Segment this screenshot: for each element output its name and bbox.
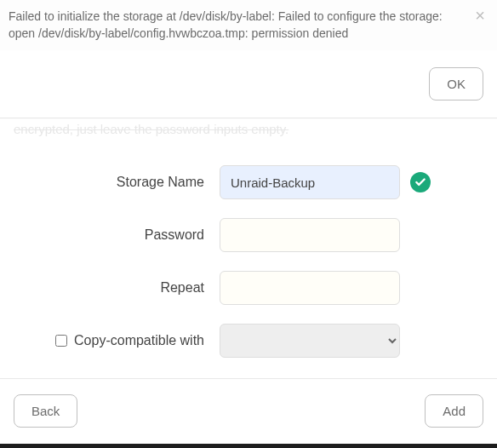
storage-form: encrypted, just leave the password input… — [0, 118, 497, 358]
back-button[interactable]: Back — [14, 394, 77, 428]
password-input[interactable] — [220, 218, 400, 252]
dialog-footer: Back Add — [0, 378, 497, 441]
repeat-label: Repeat — [160, 280, 204, 296]
row-repeat: Repeat — [9, 271, 488, 305]
add-button[interactable]: Add — [425, 394, 483, 428]
compat-label: Copy-compatible with — [74, 333, 204, 348]
row-storage-name: Storage Name — [9, 165, 488, 199]
checkmark-icon — [410, 172, 431, 192]
compat-select[interactable] — [220, 324, 400, 358]
compat-checkbox[interactable] — [55, 335, 67, 347]
password-label: Password — [145, 227, 204, 243]
error-banner: Failed to initialize the storage at /dev… — [0, 0, 497, 50]
ok-button[interactable]: OK — [429, 67, 483, 101]
repeat-input[interactable] — [220, 271, 400, 305]
storage-name-label: Storage Name — [117, 175, 204, 190]
error-actions: OK — [0, 50, 497, 118]
window-bottom-bar — [0, 444, 497, 448]
row-password: Password — [9, 218, 488, 252]
storage-name-input[interactable] — [220, 165, 400, 199]
row-compat: Copy-compatible with — [9, 324, 488, 358]
close-icon[interactable]: × — [471, 5, 488, 26]
error-message: Failed to initialize the storage at /dev… — [9, 9, 443, 40]
form-description-tail: encrypted, just leave the password input… — [9, 118, 488, 165]
